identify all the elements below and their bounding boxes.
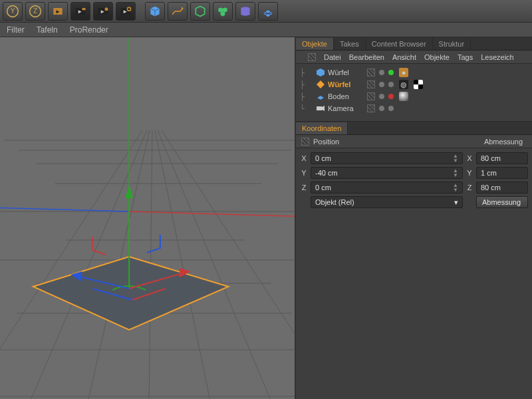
panel-grip-icon: [301, 138, 309, 146]
render-region-button[interactable]: [70, 2, 90, 21]
visibility-editor-dot[interactable]: [379, 106, 384, 111]
layer-icon[interactable]: [367, 104, 375, 112]
camera-icon: [316, 104, 325, 113]
size-mode-button[interactable]: Abmessung: [476, 196, 528, 208]
tag-icon[interactable]: ●: [399, 68, 408, 77]
primitive-cube-button[interactable]: [145, 2, 165, 21]
sub-toolbar: Filter Tafeln ProRender: [0, 23, 532, 37]
svg-point-11: [105, 7, 108, 11]
svg-line-41: [155, 130, 212, 399]
floor-button[interactable]: [258, 2, 278, 21]
hierarchy-row[interactable]: ├ Boden: [300, 90, 528, 102]
axis-z-button[interactable]: Z: [25, 2, 45, 21]
svg-marker-60: [322, 106, 325, 111]
svg-marker-17: [182, 7, 184, 10]
svg-rect-59: [317, 106, 322, 110]
size-axis-label-z: Z: [466, 184, 473, 192]
hierarchy-row[interactable]: ├ Würfel ◍: [300, 78, 528, 90]
render-button[interactable]: [48, 2, 68, 21]
position-header: Position: [313, 138, 339, 146]
menu-objects[interactable]: Objekte: [424, 53, 450, 61]
panel-tabs: Objekte Takes Content Browser Struktur: [296, 37, 532, 51]
top-toolbar: Y Z: [0, 0, 532, 23]
svg-marker-47: [33, 257, 229, 330]
visibility-render-dot[interactable]: [388, 82, 394, 87]
tag-phong-icon[interactable]: ◍: [399, 80, 408, 89]
tab-content-browser[interactable]: Content Browser: [366, 38, 433, 50]
array-button[interactable]: [213, 2, 233, 21]
menu-file[interactable]: Datei: [324, 53, 341, 61]
chevron-down-icon: ▾: [454, 198, 458, 207]
layer-icon[interactable]: [367, 80, 375, 88]
hierarchy-row[interactable]: └ Kamera: [300, 102, 528, 114]
panels-menu[interactable]: Tafeln: [37, 25, 58, 35]
size-axis-label-x: X: [466, 154, 473, 162]
size-x-input[interactable]: 80 cm: [476, 152, 528, 164]
cube-icon: [316, 68, 325, 77]
svg-marker-58: [317, 96, 324, 100]
svg-marker-57: [317, 80, 325, 88]
axis-label-x: X: [300, 154, 308, 162]
menu-view[interactable]: Ansicht: [392, 53, 416, 61]
tree-line-icon: └: [300, 104, 313, 113]
size-y-input[interactable]: 1 cm: [476, 167, 528, 179]
visibility-render-dot[interactable]: [388, 106, 394, 111]
tree-line-icon: ├: [300, 68, 313, 77]
object-hierarchy: ├ Würfel ● ├ Würfel: [296, 64, 532, 122]
stepper-icon[interactable]: ▲▼: [453, 183, 458, 192]
tab-structure[interactable]: Struktur: [433, 38, 471, 50]
object-label: Kamera: [328, 104, 364, 112]
svg-line-43: [162, 130, 295, 399]
spline-button[interactable]: [168, 2, 188, 21]
tab-objects[interactable]: Objekte: [296, 38, 334, 50]
generator-button[interactable]: [190, 2, 210, 21]
svg-line-45: [129, 211, 295, 217]
position-z-input[interactable]: 0 cm▲▼: [311, 182, 463, 194]
coordinate-mode-select[interactable]: Objekt (Rel)▾: [311, 196, 463, 208]
coord-header: Position Abmessung: [296, 135, 532, 148]
right-panel: Objekte Takes Content Browser Struktur D…: [296, 37, 532, 399]
coord-tabs: Koordinaten: [296, 122, 532, 135]
prorender-menu[interactable]: ProRender: [70, 25, 108, 35]
render-queue-button[interactable]: [93, 2, 113, 21]
stepper-icon[interactable]: ▲▼: [453, 154, 458, 163]
visibility-render-dot[interactable]: [388, 94, 394, 99]
axis-label-z: Z: [300, 184, 308, 192]
size-header: Abmessung: [484, 138, 527, 146]
visibility-render-dot[interactable]: [388, 70, 394, 75]
axis-y-button[interactable]: Y: [3, 2, 23, 21]
svg-line-42: [158, 130, 275, 399]
size-z-input[interactable]: 80 cm: [476, 182, 528, 194]
object-label: Würfel: [328, 68, 364, 76]
position-x-input[interactable]: 0 cm▲▼: [311, 152, 463, 164]
tree-line-icon: ├: [300, 80, 313, 89]
render-settings-button[interactable]: [116, 2, 136, 21]
floor-icon: [316, 92, 325, 101]
menu-bookmarks[interactable]: Lesezeich: [481, 53, 514, 61]
visibility-editor-dot[interactable]: [379, 94, 384, 99]
filter-menu[interactable]: Filter: [7, 25, 25, 35]
tag-texture-icon[interactable]: [414, 80, 423, 89]
object-label: Boden: [328, 92, 364, 100]
layer-icon[interactable]: [367, 92, 375, 100]
menu-tags[interactable]: Tags: [458, 53, 473, 61]
svg-marker-56: [317, 68, 325, 76]
poly-icon: [316, 80, 325, 89]
tab-coordinates[interactable]: Koordinaten: [296, 122, 348, 134]
stepper-icon[interactable]: ▲▼: [453, 168, 458, 178]
panel-grip-icon: [308, 53, 316, 61]
axis-label-y: Y: [300, 169, 308, 177]
objects-menubar: Datei Bearbeiten Ansicht Objekte Tags Le…: [296, 51, 532, 64]
layer-icon[interactable]: [367, 68, 375, 76]
hierarchy-row[interactable]: ├ Würfel ●: [300, 66, 528, 78]
deformer-button[interactable]: [235, 2, 255, 21]
tab-takes[interactable]: Takes: [334, 38, 366, 50]
tag-material-icon[interactable]: [399, 92, 408, 101]
svg-line-44: [0, 207, 129, 211]
position-y-input[interactable]: -40 cm▲▼: [311, 167, 463, 179]
menu-edit[interactable]: Bearbeiten: [349, 53, 384, 61]
visibility-editor-dot[interactable]: [379, 70, 384, 75]
3d-viewport[interactable]: [0, 37, 296, 399]
visibility-editor-dot[interactable]: [379, 82, 384, 87]
svg-marker-18: [196, 6, 204, 16]
